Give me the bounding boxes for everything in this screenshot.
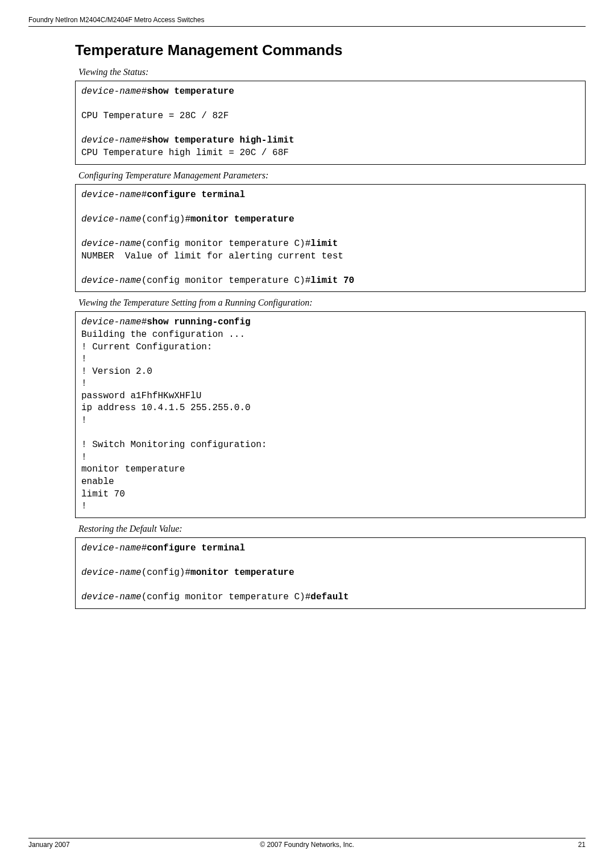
- out-cpu-temp: CPU Temperature = 28C / 82F: [81, 111, 229, 121]
- cmd-default: default: [310, 592, 349, 602]
- cmd-show-running-config: show running-config: [147, 317, 250, 327]
- ctx-config-monitor: (config monitor temperature C)#: [142, 239, 311, 249]
- section-title: Temperature Management Commands: [75, 41, 586, 59]
- cmd-show-temperature-high-limit: show temperature high-limit: [147, 135, 294, 145]
- device-name-prompt: device-name: [81, 276, 142, 286]
- device-name-prompt: device-name: [81, 239, 142, 249]
- codebox-configure: device-name#configure terminal device-na…: [75, 184, 586, 293]
- running-config-output: Building the configuration ... ! Current…: [81, 329, 267, 511]
- cmd-limit: limit: [310, 239, 338, 249]
- device-name-prompt: device-name: [81, 317, 142, 327]
- hash: #: [142, 86, 147, 97]
- device-name-prompt: device-name: [81, 567, 142, 578]
- running-header: Foundry NetIron M2404C/M2404F Metro Acce…: [28, 16, 586, 27]
- cmd-monitor-temperature: monitor temperature: [190, 567, 294, 578]
- hash: #: [142, 317, 147, 327]
- codebox-show-temperature: device-name#show temperature CPU Tempera…: [75, 81, 586, 165]
- page-footer: January 2007 © 2007 Foundry Networks, In…: [28, 838, 586, 849]
- cmd-limit-70: limit 70: [310, 276, 354, 286]
- cmd-monitor-temperature: monitor temperature: [190, 214, 294, 224]
- device-name-prompt: device-name: [81, 135, 142, 145]
- ctx-config: (config)#: [142, 214, 190, 224]
- cmd-show-temperature: show temperature: [147, 86, 234, 97]
- cmd-configure-terminal: configure terminal: [147, 543, 245, 553]
- hash: #: [142, 543, 147, 553]
- caption-configuring: Configuring Temperature Management Param…: [78, 170, 586, 181]
- footer-copyright: © 2007 Foundry Networks, Inc.: [28, 841, 586, 849]
- cmd-configure-terminal: configure terminal: [147, 190, 245, 200]
- device-name-prompt: device-name: [81, 214, 142, 224]
- device-name-prompt: device-name: [81, 86, 142, 97]
- out-cpu-temp-high-limit: CPU Temperature high limit = 20C / 68F: [81, 148, 289, 158]
- hash: #: [142, 190, 147, 200]
- caption-restoring: Restoring the Default Value:: [78, 524, 586, 534]
- footer-page-number: 21: [578, 841, 586, 849]
- hash: #: [142, 135, 147, 145]
- codebox-running-config: device-name#show running-config Building…: [75, 311, 586, 518]
- device-name-prompt: device-name: [81, 543, 142, 553]
- ctx-config-monitor: (config monitor temperature C)#: [142, 276, 311, 286]
- codebox-restore-default: device-name#configure terminal device-na…: [75, 537, 586, 609]
- ctx-config-monitor: (config monitor temperature C)#: [142, 592, 311, 602]
- caption-viewing-status: Viewing the Status:: [78, 67, 586, 77]
- out-number-help: NUMBER Value of limit for alerting curre…: [81, 251, 343, 261]
- ctx-config: (config)#: [142, 567, 190, 578]
- device-name-prompt: device-name: [81, 592, 142, 602]
- caption-viewing-running: Viewing the Temperature Setting from a R…: [78, 298, 586, 308]
- footer-date: January 2007: [28, 841, 70, 849]
- device-name-prompt: device-name: [81, 190, 142, 200]
